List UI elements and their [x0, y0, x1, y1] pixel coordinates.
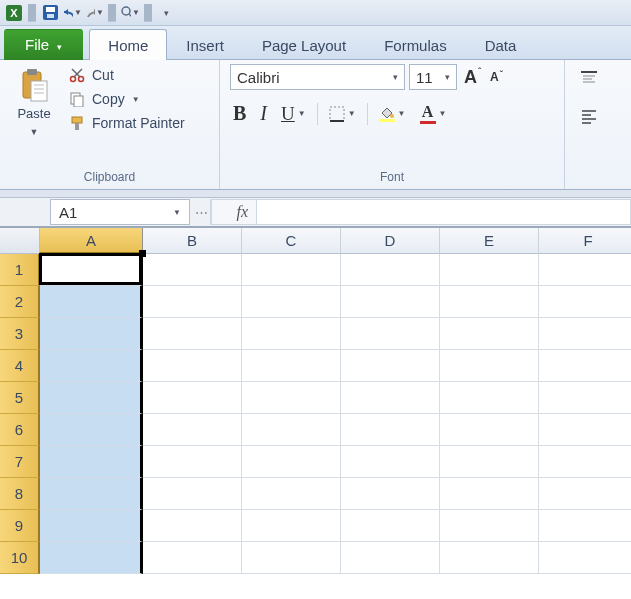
cell[interactable]: [440, 510, 539, 542]
cell[interactable]: [143, 350, 242, 382]
cell[interactable]: [40, 350, 143, 382]
tab-formulas[interactable]: Formulas: [365, 29, 466, 60]
cell[interactable]: [440, 542, 539, 574]
cell[interactable]: [143, 414, 242, 446]
tab-insert[interactable]: Insert: [167, 29, 243, 60]
cell[interactable]: [341, 510, 440, 542]
cell[interactable]: [40, 446, 143, 478]
cell[interactable]: [440, 382, 539, 414]
cell[interactable]: [242, 478, 341, 510]
cell[interactable]: [40, 510, 143, 542]
cell[interactable]: [341, 382, 440, 414]
column-header[interactable]: A: [40, 228, 143, 254]
cell[interactable]: [341, 350, 440, 382]
cell[interactable]: [143, 318, 242, 350]
cell[interactable]: [40, 382, 143, 414]
chevron-down-icon[interactable]: ▼: [95, 8, 104, 17]
redo-icon[interactable]: ▼: [84, 3, 104, 23]
cell[interactable]: [539, 510, 631, 542]
align-left-button[interactable]: [577, 106, 601, 126]
cell[interactable]: [539, 414, 631, 446]
shrink-font-button[interactable]: Aˇ: [487, 68, 505, 86]
row-header[interactable]: 7: [0, 446, 40, 478]
cell[interactable]: [242, 254, 341, 286]
customize-qat-icon[interactable]: ▾: [156, 3, 176, 23]
row-header[interactable]: 5: [0, 382, 40, 414]
row-header[interactable]: 3: [0, 318, 40, 350]
save-icon[interactable]: [40, 3, 60, 23]
row-header[interactable]: 9: [0, 510, 40, 542]
cell[interactable]: [40, 414, 143, 446]
cut-button[interactable]: Cut: [68, 66, 185, 84]
chevron-down-icon[interactable]: ▼: [297, 109, 306, 118]
row-header[interactable]: 1: [0, 254, 40, 286]
cell[interactable]: [242, 382, 341, 414]
format-painter-button[interactable]: Format Painter: [68, 114, 185, 132]
grow-font-button[interactable]: Aˆ: [461, 65, 483, 90]
column-header[interactable]: B: [143, 228, 242, 254]
cell[interactable]: [40, 254, 143, 286]
row-header[interactable]: 6: [0, 414, 40, 446]
tab-page-layout[interactable]: Page Layout: [243, 29, 365, 60]
cell[interactable]: [539, 350, 631, 382]
cell[interactable]: [242, 414, 341, 446]
cell[interactable]: [539, 318, 631, 350]
cell[interactable]: [539, 286, 631, 318]
bold-button[interactable]: B: [230, 100, 249, 127]
tab-home[interactable]: Home: [89, 29, 167, 60]
borders-button[interactable]: ▼: [326, 104, 359, 124]
cell[interactable]: [40, 286, 143, 318]
cell[interactable]: [143, 446, 242, 478]
tab-data[interactable]: Data: [466, 29, 536, 60]
cell[interactable]: [143, 478, 242, 510]
cell[interactable]: [242, 446, 341, 478]
cell[interactable]: [143, 286, 242, 318]
paste-button[interactable]: Paste ▼: [10, 64, 58, 138]
column-header[interactable]: D: [341, 228, 440, 254]
fill-color-button[interactable]: ▼: [376, 103, 409, 124]
cell[interactable]: [242, 286, 341, 318]
cell[interactable]: [143, 382, 242, 414]
font-color-button[interactable]: A ▼: [417, 101, 450, 126]
cell[interactable]: [341, 542, 440, 574]
cell[interactable]: [143, 510, 242, 542]
cell[interactable]: [143, 542, 242, 574]
select-all-corner[interactable]: [0, 228, 40, 254]
cell[interactable]: [40, 318, 143, 350]
cell[interactable]: [440, 318, 539, 350]
italic-button[interactable]: I: [257, 100, 270, 127]
row-header[interactable]: 8: [0, 478, 40, 510]
cell[interactable]: [539, 542, 631, 574]
cell[interactable]: [440, 414, 539, 446]
name-box[interactable]: A1 ▼: [50, 199, 190, 225]
cell[interactable]: [242, 542, 341, 574]
chevron-down-icon[interactable]: ▼: [172, 208, 181, 217]
cell[interactable]: [341, 414, 440, 446]
cell[interactable]: [242, 510, 341, 542]
underline-button[interactable]: U▼: [278, 101, 309, 127]
row-header[interactable]: 4: [0, 350, 40, 382]
cell[interactable]: [440, 446, 539, 478]
chevron-down-icon[interactable]: ▼: [30, 127, 39, 137]
top-align-button[interactable]: [577, 68, 601, 88]
cell[interactable]: [242, 350, 341, 382]
chevron-down-icon[interactable]: ▼: [131, 8, 140, 17]
cell[interactable]: [440, 478, 539, 510]
cell[interactable]: [341, 286, 440, 318]
row-header[interactable]: 10: [0, 542, 40, 574]
copy-button[interactable]: Copy ▼: [68, 90, 185, 108]
cell[interactable]: [341, 254, 440, 286]
chevron-down-icon[interactable]: ▾: [439, 72, 450, 82]
cell[interactable]: [341, 318, 440, 350]
font-name-combo[interactable]: Calibri ▾: [230, 64, 405, 90]
cell[interactable]: [539, 446, 631, 478]
cell[interactable]: [341, 446, 440, 478]
font-size-combo[interactable]: 11 ▾: [409, 64, 457, 90]
chevron-down-icon[interactable]: ▼: [347, 109, 356, 118]
insert-function-button[interactable]: fx: [211, 199, 257, 225]
fill-handle[interactable]: [139, 250, 146, 257]
column-header[interactable]: E: [440, 228, 539, 254]
undo-icon[interactable]: ▼: [62, 3, 82, 23]
print-preview-icon[interactable]: ▼: [120, 3, 140, 23]
cell[interactable]: [40, 478, 143, 510]
